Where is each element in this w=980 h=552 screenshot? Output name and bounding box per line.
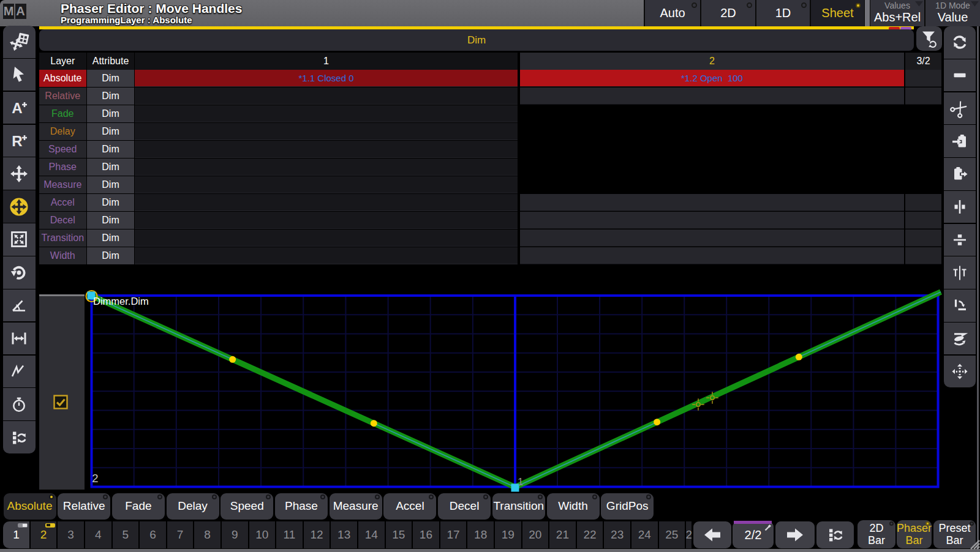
svg-text:R: R (12, 133, 23, 149)
svg-text:A: A (12, 100, 23, 116)
